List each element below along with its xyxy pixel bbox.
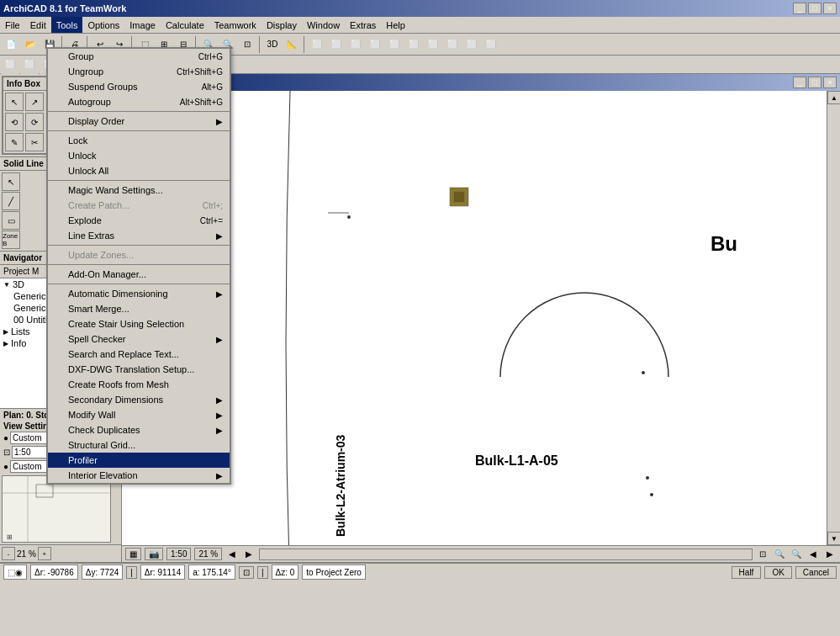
toolbar-b3[interactable]: ⬜ xyxy=(346,35,365,54)
menu-search-replace-label: Search and Replace Text... xyxy=(68,349,179,359)
menu-update-zones[interactable]: Update Zones... xyxy=(48,247,230,262)
toolbar-plan[interactable]: 📐 xyxy=(283,35,301,54)
menu-suspend-groups[interactable]: Suspend Groups Alt+G xyxy=(48,79,230,94)
toolbar-b9[interactable]: ⬜ xyxy=(462,35,481,54)
menu-ungroup[interactable]: Ungroup Ctrl+Shift+G xyxy=(48,64,230,79)
menu-secondary-dim[interactable]: Secondary Dimensions ▶ xyxy=(48,392,230,407)
toolbar-b5[interactable]: ⬜ xyxy=(385,35,404,54)
toolbar-new[interactable]: 📄 xyxy=(2,35,20,54)
menu-help[interactable]: Help xyxy=(381,17,410,33)
tool-arrow[interactable]: ↖ xyxy=(2,172,20,191)
menu-calculate[interactable]: Calculate xyxy=(161,17,209,33)
menu-suspend-label: Suspend Groups xyxy=(68,82,138,92)
info-tool-1[interactable]: ↖ xyxy=(5,93,24,111)
scroll-down[interactable]: ▼ xyxy=(827,532,840,545)
toolbar-fit[interactable]: ⊡ xyxy=(238,35,256,54)
canvas-bottom-bar: ▦ 📷 1:50 21 % ◀ ▶ ⊡ 🔍 🔍 ◀ ▶ xyxy=(122,545,840,562)
menu-dxf-dwg[interactable]: DXF-DWG Translation Setup... xyxy=(48,362,230,377)
pan-right[interactable]: ▶ xyxy=(823,548,837,561)
canvas-minimize[interactable]: _ xyxy=(793,77,806,88)
menu-window[interactable]: Window xyxy=(302,17,345,33)
menu-modify-wall[interactable]: Modify Wall ▶ xyxy=(48,407,230,422)
toolbar2-b1[interactable]: ⬜ xyxy=(1,56,19,74)
status-sep2: | xyxy=(257,566,268,579)
menu-unlock-all[interactable]: Unlock All xyxy=(48,163,230,178)
menu-file[interactable]: File xyxy=(0,17,25,33)
menu-autogroup[interactable]: Autogroup Alt+Shift+G xyxy=(48,94,230,109)
info-tool-5[interactable]: ✎ xyxy=(5,133,24,151)
menu-spell-checker[interactable]: Spell Checker ▶ xyxy=(48,331,230,347)
menu-search-replace[interactable]: Search and Replace Text... xyxy=(48,347,230,362)
menu-profiler[interactable]: Profiler xyxy=(48,453,230,468)
minimize-button[interactable]: _ xyxy=(793,3,806,14)
close-button[interactable]: × xyxy=(823,3,837,14)
canvas-maximize[interactable]: □ xyxy=(808,77,822,88)
zoom-plus[interactable]: + xyxy=(38,547,51,560)
toolbar-b6[interactable]: ⬜ xyxy=(404,35,423,54)
menu-options[interactable]: Options xyxy=(82,17,124,33)
scroll-track[interactable] xyxy=(827,104,840,532)
menu-line-extras[interactable]: Line Extras ▶ xyxy=(48,228,230,243)
scroll-up[interactable]: ▲ xyxy=(827,91,840,104)
menu-edit[interactable]: Edit xyxy=(25,17,51,33)
menu-teamwork[interactable]: Teamwork xyxy=(209,17,262,33)
thumbnail-area: ⊞ xyxy=(2,475,111,543)
toolbar-b8[interactable]: ⬜ xyxy=(443,35,462,54)
menu-explode[interactable]: Explode Ctrl+= xyxy=(48,213,230,228)
menu-check-dup[interactable]: Check Duplicates ▶ xyxy=(48,422,230,437)
menu-auto-dim[interactable]: Automatic Dimensioning ▶ xyxy=(48,286,230,301)
menu-interior-elevation-label: Interior Elevation xyxy=(68,470,138,480)
menu-addon-manager[interactable]: Add-On Manager... xyxy=(48,267,230,282)
toolbar-open[interactable]: 📂 xyxy=(21,35,40,54)
menu-create-roofs[interactable]: Create Roofs from Mesh xyxy=(48,377,230,392)
right-scrollbar: ▲ ▼ xyxy=(827,91,840,545)
menu-image[interactable]: Image xyxy=(124,17,161,33)
sep5 xyxy=(259,36,261,53)
menu-extras[interactable]: Extras xyxy=(345,17,381,33)
menu-lock[interactable]: Lock xyxy=(48,133,230,148)
menu-group[interactable]: Group Ctrl+G xyxy=(48,49,230,64)
zoom-minus[interactable]: - xyxy=(2,547,15,560)
menu-tools[interactable]: Tools xyxy=(51,17,83,33)
half-button[interactable]: Half xyxy=(732,566,762,579)
zoom-in-btn[interactable]: 🔍 xyxy=(773,548,786,561)
title-bar: ArchiCAD 8.1 for TeamWork _ □ × xyxy=(0,0,840,17)
vs-icon-2: ⊡ xyxy=(3,448,10,457)
ok-button[interactable]: OK xyxy=(764,566,791,579)
tool-line[interactable]: ╱ xyxy=(2,192,20,210)
toolbar2-b2[interactable]: ⬜ xyxy=(20,56,39,74)
menu-interior-elevation[interactable]: Interior Elevation ▶ xyxy=(48,468,230,483)
canvas-close[interactable]: × xyxy=(823,77,837,88)
info-tool-6[interactable]: ✂ xyxy=(25,133,44,151)
toolbar-b1[interactable]: ⬜ xyxy=(308,35,326,54)
info-tool-4[interactable]: ⟳ xyxy=(25,113,44,131)
maximize-button[interactable]: □ xyxy=(808,3,822,14)
toolbar-3d[interactable]: 3D xyxy=(263,35,282,54)
info-tool-2[interactable]: ↗ xyxy=(25,93,44,111)
menu-display-order[interactable]: Display Order ▶ xyxy=(48,114,230,129)
menu-create-patch[interactable]: Create Patch... Ctrl+; xyxy=(48,198,230,213)
menu-unlock[interactable]: Unlock xyxy=(48,148,230,163)
menu-display[interactable]: Display xyxy=(262,17,302,33)
menu-update-zones-label: Update Zones... xyxy=(68,250,134,260)
menu-smart-merge[interactable]: Smart Merge... xyxy=(48,301,230,316)
tool-zone-b[interactable]: Zone B xyxy=(2,231,20,249)
pan-left[interactable]: ◀ xyxy=(806,548,820,561)
tool-rect[interactable]: ▭ xyxy=(2,211,20,230)
zoom-fit[interactable]: ⊡ xyxy=(756,548,769,561)
zoom-controls: 21 % xyxy=(194,548,222,560)
info-tool-3[interactable]: ⟲ xyxy=(5,113,24,131)
menu-create-stair[interactable]: Create Stair Using Selection xyxy=(48,316,230,331)
toolbar-b2[interactable]: ⬜ xyxy=(327,35,346,54)
cancel-button[interactable]: Cancel xyxy=(795,566,837,579)
h-scrollbar[interactable] xyxy=(259,549,753,560)
menu-magic-wand[interactable]: Magic Wand Settings... xyxy=(48,183,230,198)
sep6 xyxy=(304,36,305,53)
toolbar-b10[interactable]: ⬜ xyxy=(482,35,500,54)
nav-next[interactable]: ▶ xyxy=(242,548,256,561)
nav-prev[interactable]: ◀ xyxy=(225,548,239,561)
toolbar-b4[interactable]: ⬜ xyxy=(366,35,384,54)
menu-structural-grid[interactable]: Structural Grid... xyxy=(48,437,230,453)
toolbar-b7[interactable]: ⬜ xyxy=(424,35,442,54)
zoom-out-btn[interactable]: 🔍 xyxy=(790,548,803,561)
